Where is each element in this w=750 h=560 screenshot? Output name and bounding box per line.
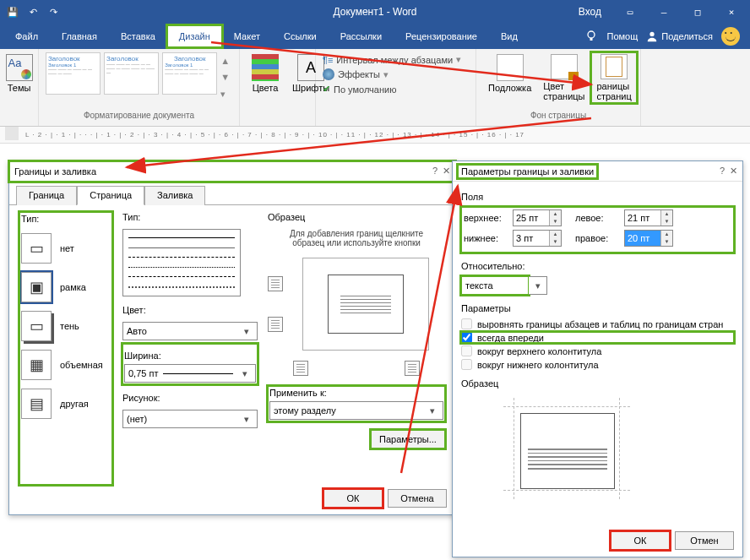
doc-format-thumb[interactable]: ЗаголовокЗаголовок 1—— —— — —— — — —— — …: [162, 52, 217, 95]
save-icon[interactable]: 💾: [5, 4, 20, 19]
ribbon-body: Aa Темы ЗаголовокЗаголовок 1—— —— — —— —…: [0, 49, 750, 127]
feedback-smiley-icon[interactable]: [721, 27, 740, 46]
fields-group-label: Поля: [461, 192, 734, 202]
color-combo[interactable]: Авто▾: [122, 322, 258, 340]
dialog-titlebar[interactable]: Границы и заливка ?✕: [9, 161, 455, 182]
options-button[interactable]: Параметры...: [371, 430, 445, 449]
line-style-list[interactable]: [122, 229, 241, 296]
close-icon[interactable]: ×: [716, 3, 747, 21]
spin-down-icon[interactable]: ▼: [550, 218, 561, 226]
chk-around-footer[interactable]: вокруг нижнего колонтитула: [461, 359, 734, 370]
tab-insert[interactable]: Вставка: [109, 25, 167, 47]
spin-up-icon[interactable]: ▲: [661, 210, 672, 218]
spin-down-icon[interactable]: ▼: [550, 238, 561, 246]
themes-button[interactable]: Aa Темы: [7, 52, 31, 95]
chk-always-front[interactable]: всегда впереди: [461, 332, 734, 343]
dialog-close-icon[interactable]: ✕: [443, 166, 450, 177]
ruler-corner[interactable]: [5, 127, 19, 140]
spin-up-icon[interactable]: ▲: [550, 231, 561, 238]
chevron-down-icon: ▾: [426, 405, 439, 416]
preview2-box: [495, 394, 639, 503]
dlg-tab-border[interactable]: Граница: [16, 186, 77, 205]
border-box-icon: ▣: [21, 272, 52, 302]
border-left-toggle[interactable]: [293, 361, 308, 376]
watermark-icon: [497, 54, 524, 81]
type-3d[interactable]: ▦объемная: [21, 347, 111, 383]
doc-format-thumb[interactable]: ЗаголовокЗаголовок 1—— —— — —— — — —— — …: [46, 52, 101, 95]
gallery-more-icon[interactable]: ▾: [220, 89, 232, 100]
tab-references[interactable]: Ссылки: [272, 25, 329, 47]
themes-icon: Aa: [6, 54, 33, 81]
dialog-help-icon[interactable]: ?: [720, 166, 725, 177]
border-none-icon: ▭: [21, 233, 52, 264]
border-3d-icon: ▦: [21, 350, 52, 380]
margin-right-spinner[interactable]: ▲▼: [624, 230, 673, 247]
login-link[interactable]: Вход: [579, 6, 601, 18]
width-combo[interactable]: 0,75 пт▾: [124, 364, 256, 383]
colors-button[interactable]: Цвета: [247, 52, 284, 103]
art-combo[interactable]: (нет)▾: [122, 410, 258, 428]
chk-around-header[interactable]: вокруг верхнего колонтитула: [461, 345, 734, 356]
preview-box[interactable]: [302, 258, 429, 351]
cancel-button[interactable]: Отмена: [388, 489, 447, 508]
type-box[interactable]: ▣рамка: [21, 269, 111, 305]
dialog2-titlebar[interactable]: Параметры границы и заливки ?✕: [453, 161, 742, 182]
border-bottom-toggle[interactable]: [268, 317, 283, 332]
apply-to-combo[interactable]: этому разделу▾: [269, 401, 443, 420]
dialog-close-icon[interactable]: ✕: [730, 166, 737, 177]
svg-point-2: [650, 32, 655, 36]
ribbon-display-icon[interactable]: ▭: [615, 3, 645, 21]
relative-to-combo[interactable]: текста: [461, 276, 529, 295]
spin-up-icon[interactable]: ▲: [661, 231, 672, 238]
tab-file[interactable]: Файл: [0, 25, 50, 47]
gallery-down-icon[interactable]: ▼: [220, 72, 232, 82]
watermark-button[interactable]: Подложка: [483, 52, 536, 103]
tab-home[interactable]: Главная: [50, 25, 109, 47]
chk-align-borders[interactable]: выровнять границы абзацев и таблиц по гр…: [461, 318, 734, 329]
share-button[interactable]: Поделиться: [646, 30, 713, 42]
page-borders-button[interactable]: раницы страниц: [591, 52, 636, 103]
tab-mailings[interactable]: Рассылки: [329, 25, 394, 47]
tab-design[interactable]: Дизайн: [167, 25, 222, 47]
redo-icon[interactable]: ↷: [46, 4, 61, 19]
margin-left-spinner[interactable]: ▲▼: [624, 209, 673, 226]
maximize-icon[interactable]: □: [682, 3, 713, 21]
undo-icon[interactable]: ↶: [25, 4, 41, 19]
minimize-icon[interactable]: –: [649, 3, 679, 21]
cancel-button[interactable]: Отмен: [675, 531, 734, 550]
effects-button[interactable]: Эффекты▾: [323, 68, 469, 80]
color-label: Цвет:: [122, 305, 258, 315]
margin-top-spinner[interactable]: ▲▼: [513, 209, 562, 226]
gallery-up-icon[interactable]: ▲: [220, 56, 232, 66]
type-custom[interactable]: ▤другая: [21, 386, 111, 421]
tab-layout[interactable]: Макет: [222, 25, 272, 47]
relative-to-dropdown[interactable]: ▾: [529, 276, 547, 295]
spin-down-icon[interactable]: ▼: [661, 238, 672, 246]
border-top-toggle[interactable]: [268, 276, 283, 291]
tab-view[interactable]: Вид: [489, 25, 530, 47]
border-right-toggle[interactable]: [405, 361, 420, 376]
type-none[interactable]: ▭нет: [21, 231, 111, 266]
preview2-label: Образец: [461, 378, 734, 389]
type-shadow[interactable]: ▭тень: [21, 308, 111, 344]
dlg-tab-fill[interactable]: Заливка: [144, 186, 205, 205]
tab-review[interactable]: Рецензирование: [394, 25, 489, 47]
page-color-button[interactable]: Цвет страницы: [538, 52, 590, 103]
horizontal-ruler[interactable]: L · 2 · | · 1 · | · · · | · 1 · | · 2 · …: [0, 127, 750, 144]
ok-button[interactable]: ОК: [323, 489, 383, 508]
quick-access-toolbar: 💾 ↶ ↷: [0, 4, 61, 19]
ok-button[interactable]: ОК: [611, 531, 670, 550]
effects-icon: [323, 68, 334, 80]
spin-down-icon[interactable]: ▼: [661, 218, 672, 226]
group-doc-format: Форматирование документа: [46, 111, 232, 122]
margin-bottom-spinner[interactable]: ▲▼: [513, 230, 562, 247]
spin-up-icon[interactable]: ▲: [550, 210, 561, 218]
ribbon-tabstrip: Файл Главная Вставка Дизайн Макет Ссылки…: [0, 24, 750, 49]
dlg-tab-page[interactable]: Страница: [77, 186, 144, 205]
paragraph-spacing-button[interactable]: ¶≡Интервал между абзацами▾: [323, 54, 469, 65]
set-default-button[interactable]: ✔По умолчанию: [323, 84, 469, 95]
tell-me-icon[interactable]: [584, 30, 598, 43]
dialog-help-icon[interactable]: ?: [432, 166, 438, 177]
doc-format-thumb[interactable]: Заголовок—— —— — —— — — —— — —— —— — —— …: [104, 52, 159, 95]
tell-me-label[interactable]: Помощ: [606, 31, 638, 41]
